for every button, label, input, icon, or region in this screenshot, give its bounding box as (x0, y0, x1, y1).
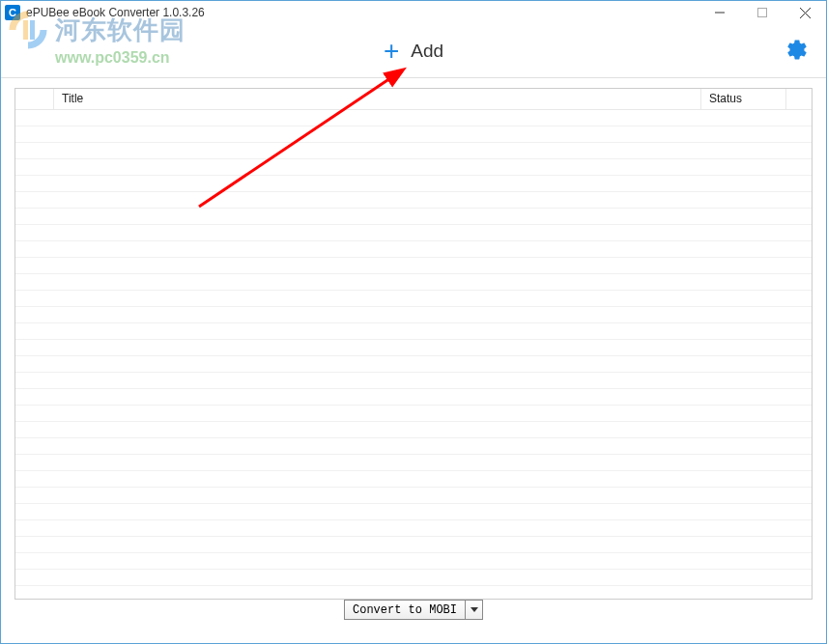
table-row (15, 504, 812, 520)
table-row (15, 143, 812, 159)
table-row (15, 176, 812, 192)
chevron-down-icon (471, 607, 478, 612)
add-button[interactable]: + Add (370, 32, 457, 70)
column-checkbox[interactable] (15, 89, 54, 109)
gear-icon (785, 38, 809, 61)
table-header: Title Status (15, 89, 812, 110)
svg-marker-4 (471, 607, 478, 612)
column-status[interactable]: Status (701, 89, 786, 109)
convert-button[interactable]: Convert to MOBI (344, 600, 483, 620)
minimize-button[interactable] (699, 1, 741, 24)
table-row (15, 373, 812, 389)
table-row (15, 291, 812, 307)
toolbar: + Add (1, 24, 826, 78)
table-row (15, 520, 812, 537)
table-row (15, 126, 812, 143)
table-row (15, 258, 812, 274)
table-row (15, 537, 812, 553)
table-row (15, 455, 812, 471)
table-body[interactable] (15, 110, 812, 600)
column-title[interactable]: Title (54, 89, 701, 109)
table-row (15, 323, 812, 340)
table-row (15, 159, 812, 176)
column-spacer (786, 89, 812, 109)
table-row (15, 209, 812, 225)
app-icon: C (5, 5, 20, 20)
table-row (15, 553, 812, 570)
maximize-button[interactable] (741, 1, 784, 24)
table-row (15, 307, 812, 323)
table-row (15, 356, 812, 373)
table-row (15, 192, 812, 209)
window-controls (699, 1, 826, 24)
table-row (15, 422, 812, 438)
table-row (15, 586, 812, 600)
table-row (15, 488, 812, 504)
table-row (15, 570, 812, 586)
table-row (15, 389, 812, 406)
table-row (15, 438, 812, 455)
table-row (15, 241, 812, 258)
convert-dropdown[interactable] (466, 600, 483, 620)
table-row (15, 274, 812, 291)
table-row (15, 471, 812, 488)
settings-button[interactable] (785, 38, 809, 64)
svg-rect-1 (758, 9, 767, 17)
titlebar[interactable]: C ePUBee eBook Converter 1.0.3.26 (1, 1, 826, 24)
table-row (15, 406, 812, 422)
add-label: Add (411, 41, 443, 62)
window-title: ePUBee eBook Converter 1.0.3.26 (26, 6, 699, 19)
file-table[interactable]: Title Status (14, 88, 813, 600)
content-area: Title Status (1, 78, 826, 592)
plus-icon: + (384, 38, 399, 65)
table-row (15, 110, 812, 126)
app-window: C ePUBee eBook Converter 1.0.3.26 + Add (0, 0, 827, 644)
table-row (15, 225, 812, 241)
table-row (15, 340, 812, 356)
convert-label[interactable]: Convert to MOBI (344, 600, 466, 620)
close-button[interactable] (784, 1, 826, 24)
